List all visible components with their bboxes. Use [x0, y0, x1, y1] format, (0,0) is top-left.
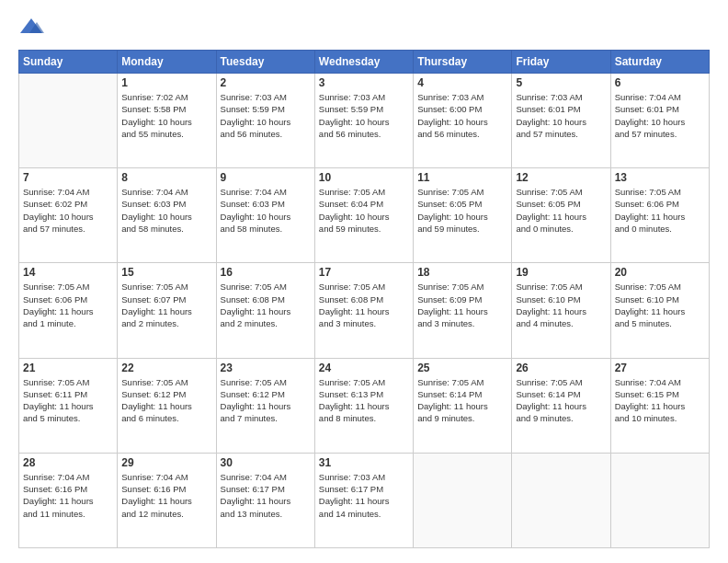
- calendar-cell: 6Sunrise: 7:04 AM Sunset: 6:01 PM Daylig…: [610, 74, 709, 168]
- day-number: 3: [319, 76, 409, 89]
- day-number: 20: [615, 266, 705, 279]
- day-info: Sunrise: 7:05 AM Sunset: 6:13 PM Dayligh…: [319, 376, 409, 425]
- day-info: Sunrise: 7:05 AM Sunset: 6:07 PM Dayligh…: [121, 281, 211, 329]
- day-number: 1: [121, 76, 211, 89]
- day-number: 6: [615, 76, 705, 89]
- day-info: Sunrise: 7:03 AM Sunset: 6:17 PM Dayligh…: [319, 471, 409, 520]
- calendar-cell: 22Sunrise: 7:05 AM Sunset: 6:12 PM Dayli…: [118, 358, 216, 453]
- day-number: 22: [121, 362, 211, 374]
- header-saturday: Saturday: [610, 51, 709, 74]
- day-info: Sunrise: 7:05 AM Sunset: 6:08 PM Dayligh…: [319, 281, 409, 329]
- day-number: 12: [516, 171, 606, 184]
- day-info: Sunrise: 7:05 AM Sunset: 6:09 PM Dayligh…: [417, 281, 507, 329]
- calendar-cell: 11Sunrise: 7:05 AM Sunset: 6:05 PM Dayli…: [414, 168, 512, 263]
- day-number: 27: [615, 362, 705, 374]
- header-monday: Monday: [118, 51, 216, 74]
- header-tuesday: Tuesday: [216, 51, 314, 74]
- weekday-header-row: Sunday Monday Tuesday Wednesday Thursday…: [19, 51, 710, 74]
- calendar-cell: 2Sunrise: 7:03 AM Sunset: 5:59 PM Daylig…: [216, 74, 314, 168]
- page-header: [18, 15, 710, 40]
- calendar-cell: 26Sunrise: 7:05 AM Sunset: 6:14 PM Dayli…: [512, 358, 610, 453]
- calendar-cell: 14Sunrise: 7:05 AM Sunset: 6:06 PM Dayli…: [19, 263, 118, 358]
- calendar-cell: 3Sunrise: 7:03 AM Sunset: 5:59 PM Daylig…: [314, 74, 413, 168]
- day-info: Sunrise: 7:04 AM Sunset: 6:03 PM Dayligh…: [221, 186, 311, 235]
- day-info: Sunrise: 7:04 AM Sunset: 6:17 PM Dayligh…: [221, 471, 311, 520]
- day-number: 7: [23, 171, 113, 184]
- calendar-cell: 13Sunrise: 7:05 AM Sunset: 6:06 PM Dayli…: [610, 168, 709, 263]
- day-number: 19: [516, 266, 606, 279]
- calendar-page: Sunday Monday Tuesday Wednesday Thursday…: [0, 0, 728, 563]
- calendar-week-row: 7Sunrise: 7:04 AM Sunset: 6:02 PM Daylig…: [19, 168, 710, 263]
- day-info: Sunrise: 7:04 AM Sunset: 6:16 PM Dayligh…: [121, 471, 211, 520]
- day-number: 9: [221, 171, 311, 184]
- calendar-cell: [19, 74, 118, 168]
- calendar-cell: 29Sunrise: 7:04 AM Sunset: 6:16 PM Dayli…: [118, 453, 216, 547]
- day-number: 5: [516, 76, 606, 89]
- day-number: 8: [121, 171, 211, 184]
- calendar-cell: 10Sunrise: 7:05 AM Sunset: 6:04 PM Dayli…: [314, 168, 413, 263]
- header-thursday: Thursday: [414, 51, 512, 74]
- day-info: Sunrise: 7:05 AM Sunset: 6:14 PM Dayligh…: [417, 376, 507, 425]
- day-number: 25: [417, 362, 507, 374]
- day-info: Sunrise: 7:05 AM Sunset: 6:10 PM Dayligh…: [516, 281, 606, 329]
- day-number: 18: [417, 266, 507, 279]
- day-number: 24: [319, 362, 409, 374]
- day-number: 13: [615, 171, 705, 184]
- day-info: Sunrise: 7:05 AM Sunset: 6:10 PM Dayligh…: [615, 281, 705, 329]
- calendar-cell: 20Sunrise: 7:05 AM Sunset: 6:10 PM Dayli…: [610, 263, 709, 358]
- header-friday: Friday: [512, 51, 610, 74]
- calendar-cell: 18Sunrise: 7:05 AM Sunset: 6:09 PM Dayli…: [414, 263, 512, 358]
- day-info: Sunrise: 7:04 AM Sunset: 6:03 PM Dayligh…: [121, 186, 211, 235]
- day-info: Sunrise: 7:04 AM Sunset: 6:15 PM Dayligh…: [615, 376, 705, 425]
- day-info: Sunrise: 7:05 AM Sunset: 6:05 PM Dayligh…: [417, 186, 507, 235]
- calendar-cell: [414, 453, 512, 547]
- day-number: 14: [23, 266, 113, 279]
- day-info: Sunrise: 7:03 AM Sunset: 6:00 PM Dayligh…: [417, 91, 507, 140]
- day-number: 23: [221, 362, 311, 374]
- day-number: 17: [319, 266, 409, 279]
- day-info: Sunrise: 7:05 AM Sunset: 6:06 PM Dayligh…: [23, 281, 113, 329]
- day-number: 11: [417, 171, 507, 184]
- calendar-cell: [512, 453, 610, 547]
- calendar-cell: 16Sunrise: 7:05 AM Sunset: 6:08 PM Dayli…: [216, 263, 314, 358]
- calendar-cell: 30Sunrise: 7:04 AM Sunset: 6:17 PM Dayli…: [216, 453, 314, 547]
- calendar-cell: 12Sunrise: 7:05 AM Sunset: 6:05 PM Dayli…: [512, 168, 610, 263]
- calendar-week-row: 14Sunrise: 7:05 AM Sunset: 6:06 PM Dayli…: [19, 263, 710, 358]
- calendar-cell: 8Sunrise: 7:04 AM Sunset: 6:03 PM Daylig…: [118, 168, 216, 263]
- day-info: Sunrise: 7:03 AM Sunset: 5:59 PM Dayligh…: [221, 91, 311, 140]
- calendar-cell: 31Sunrise: 7:03 AM Sunset: 6:17 PM Dayli…: [314, 453, 413, 547]
- day-number: 30: [221, 456, 311, 469]
- calendar-week-row: 28Sunrise: 7:04 AM Sunset: 6:16 PM Dayli…: [19, 453, 710, 547]
- day-info: Sunrise: 7:05 AM Sunset: 6:05 PM Dayligh…: [516, 186, 606, 235]
- calendar-cell: 23Sunrise: 7:05 AM Sunset: 6:12 PM Dayli…: [216, 358, 314, 453]
- day-number: 26: [516, 362, 606, 374]
- calendar-cell: 1Sunrise: 7:02 AM Sunset: 5:58 PM Daylig…: [118, 74, 216, 168]
- calendar-cell: 9Sunrise: 7:04 AM Sunset: 6:03 PM Daylig…: [216, 168, 314, 263]
- day-info: Sunrise: 7:04 AM Sunset: 6:16 PM Dayligh…: [23, 471, 113, 520]
- day-number: 2: [221, 76, 311, 89]
- calendar-cell: [610, 453, 709, 547]
- calendar-cell: 27Sunrise: 7:04 AM Sunset: 6:15 PM Dayli…: [610, 358, 709, 453]
- calendar-cell: 28Sunrise: 7:04 AM Sunset: 6:16 PM Dayli…: [19, 453, 118, 547]
- calendar-week-row: 1Sunrise: 7:02 AM Sunset: 5:58 PM Daylig…: [19, 74, 710, 168]
- day-info: Sunrise: 7:02 AM Sunset: 5:58 PM Dayligh…: [121, 91, 211, 140]
- calendar-week-row: 21Sunrise: 7:05 AM Sunset: 6:11 PM Dayli…: [19, 358, 710, 453]
- day-number: 10: [319, 171, 409, 184]
- day-number: 4: [417, 76, 507, 89]
- day-info: Sunrise: 7:05 AM Sunset: 6:11 PM Dayligh…: [23, 376, 113, 425]
- day-info: Sunrise: 7:04 AM Sunset: 6:02 PM Dayligh…: [23, 186, 113, 235]
- calendar-table: Sunday Monday Tuesday Wednesday Thursday…: [18, 50, 710, 548]
- logo-icon: [18, 15, 44, 40]
- day-number: 21: [23, 362, 113, 374]
- day-info: Sunrise: 7:05 AM Sunset: 6:12 PM Dayligh…: [121, 376, 211, 425]
- day-info: Sunrise: 7:03 AM Sunset: 6:01 PM Dayligh…: [516, 91, 606, 140]
- day-info: Sunrise: 7:05 AM Sunset: 6:08 PM Dayligh…: [221, 281, 311, 329]
- day-info: Sunrise: 7:05 AM Sunset: 6:14 PM Dayligh…: [516, 376, 606, 425]
- day-number: 31: [319, 456, 409, 469]
- day-info: Sunrise: 7:05 AM Sunset: 6:12 PM Dayligh…: [221, 376, 311, 425]
- calendar-cell: 19Sunrise: 7:05 AM Sunset: 6:10 PM Dayli…: [512, 263, 610, 358]
- day-info: Sunrise: 7:04 AM Sunset: 6:01 PM Dayligh…: [615, 91, 705, 140]
- day-info: Sunrise: 7:05 AM Sunset: 6:06 PM Dayligh…: [615, 186, 705, 235]
- header-sunday: Sunday: [19, 51, 118, 74]
- day-number: 15: [121, 266, 211, 279]
